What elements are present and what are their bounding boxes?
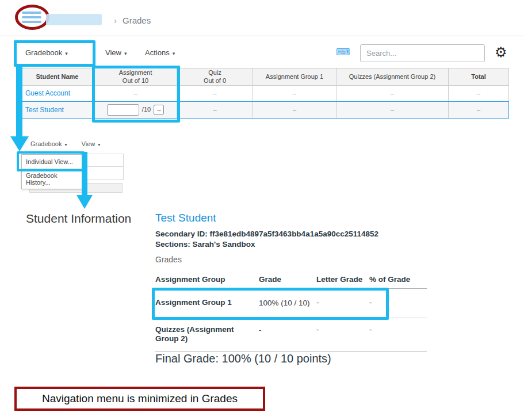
screenshot-root: ›Grades Gradebook▾ View▾ Actions▾ ⌨ ⚙ St…	[0, 0, 524, 420]
annotation-note-box: Navigation menu is minimized in Grades	[14, 387, 265, 411]
annotation-red-circle	[15, 5, 49, 30]
annotation-note-text: Navigation menu is minimized in Grades	[42, 392, 238, 405]
annotation-highlight-gradebook	[14, 40, 95, 67]
mini-gradebook-button[interactable]: Gradebook	[30, 140, 62, 147]
annotation-arrowhead	[77, 195, 93, 209]
summary-header-row: Assignment Group Grade Letter Grade % of…	[155, 273, 427, 289]
col-assignment-group-1[interactable]: Assignment Group 1	[253, 68, 336, 85]
secondary-id-text: Secondary ID: ff3e81edb4897a5f3463bb4a1a…	[155, 230, 378, 238]
grade-cell: –	[336, 86, 449, 101]
mini-menu-bar: Gradebook▾ View▾	[30, 140, 100, 147]
gear-icon[interactable]: ⚙	[495, 44, 507, 60]
percent-value: -	[369, 318, 427, 352]
grade-cell[interactable]: –	[177, 86, 253, 101]
student-name-link[interactable]: Test Student	[155, 212, 216, 224]
group-name: Quizzes (Assignment Group 2)	[155, 318, 259, 352]
col-total[interactable]: Total	[449, 68, 508, 85]
col-quizzes-group-2[interactable]: Quizzes (Assignment Group 2)	[336, 68, 449, 85]
student-information-heading: Student Information	[26, 212, 131, 226]
letter-grade-value: -	[316, 318, 369, 352]
caret-down-icon: ▾	[64, 142, 67, 147]
grades-label: Grades	[155, 255, 182, 264]
col-letter-grade: Letter Grade	[316, 273, 369, 288]
annotation-highlight-group-1-row	[152, 288, 389, 320]
col-grade: Grade	[259, 273, 316, 288]
actions-menu-button[interactable]: Actions▾	[145, 48, 175, 57]
annotation-arrow-down	[82, 152, 87, 196]
grade-cell: –	[253, 102, 336, 118]
student-link[interactable]: Test Student	[21, 102, 94, 118]
col-quiz[interactable]: QuizOut of 0	[177, 68, 253, 85]
summary-row-group-2: Quizzes (Assignment Group 2) - - -	[155, 318, 427, 352]
keyboard-shortcuts-icon[interactable]: ⌨	[336, 46, 350, 58]
caret-down-icon: ▾	[98, 142, 100, 147]
grade-cell: –	[336, 102, 449, 118]
redacted-course-name	[46, 14, 102, 25]
grade-cell: –	[449, 86, 508, 101]
annotation-highlight-individual-view	[17, 151, 85, 171]
annotation-highlight-assignment-column	[92, 66, 180, 123]
col-assignment-group: Assignment Group	[155, 273, 259, 288]
caret-down-icon: ▾	[173, 51, 175, 56]
student-link[interactable]: Guest Account	[21, 86, 94, 101]
col-percent-of-grade: % of Grade	[369, 273, 427, 288]
search-input[interactable]	[360, 44, 485, 62]
grade-value: -	[259, 318, 316, 352]
breadcrumb-grades[interactable]: Grades	[123, 16, 151, 25]
mini-view-button[interactable]: View	[82, 140, 95, 147]
col-student-name[interactable]: Student Name	[21, 68, 94, 85]
annotation-arrow-down	[16, 64, 22, 137]
breadcrumb: ›Grades	[114, 16, 151, 25]
sections-text: Sections: Sarah's Sandbox	[155, 240, 255, 249]
grade-cell: –	[449, 102, 508, 118]
chevron-right-icon: ›	[114, 16, 117, 25]
header-divider	[0, 36, 524, 36]
caret-down-icon: ▾	[124, 51, 127, 56]
grade-cell: –	[253, 86, 336, 101]
final-grade-text: Final Grade: 100% (10 / 10 points)	[155, 352, 331, 365]
grade-cell[interactable]: –	[177, 102, 253, 118]
view-menu-button[interactable]: View▾	[105, 48, 127, 57]
